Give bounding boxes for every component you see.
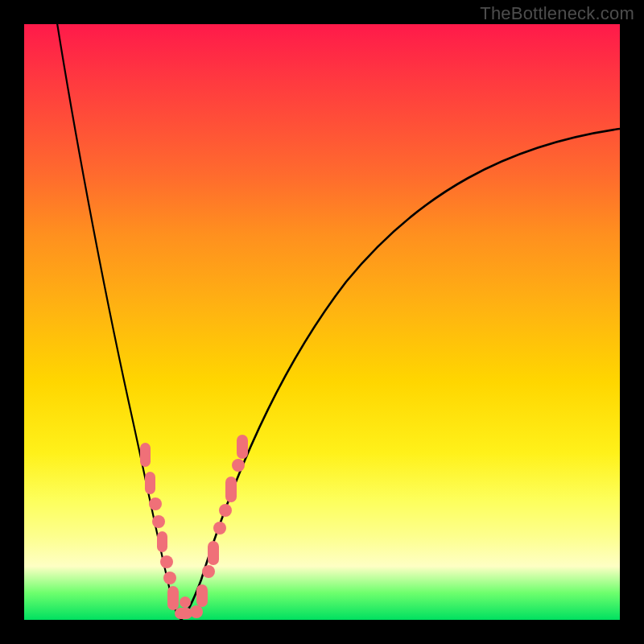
bead — [180, 597, 191, 608]
bead — [208, 541, 219, 565]
bead — [232, 459, 245, 472]
bead — [140, 443, 151, 467]
bead — [175, 608, 192, 619]
plot-area — [24, 24, 620, 620]
bead — [149, 497, 162, 510]
bead — [219, 504, 232, 517]
bead — [145, 472, 155, 494]
bead — [160, 555, 173, 568]
chart-frame: TheBottleneck.com — [0, 0, 644, 644]
bead — [213, 522, 226, 535]
bead — [202, 565, 215, 578]
bead — [157, 531, 167, 552]
bead — [190, 605, 203, 618]
curves-layer — [24, 24, 620, 620]
bead — [163, 572, 176, 584]
right-curve — [181, 129, 620, 620]
bead — [167, 586, 179, 610]
bead — [237, 435, 248, 459]
bead — [196, 584, 208, 607]
watermark-text: TheBottleneck.com — [480, 3, 634, 24]
bead — [225, 477, 237, 502]
left-curve — [55, 24, 181, 620]
bead-cluster — [140, 435, 248, 619]
bead — [152, 515, 165, 528]
